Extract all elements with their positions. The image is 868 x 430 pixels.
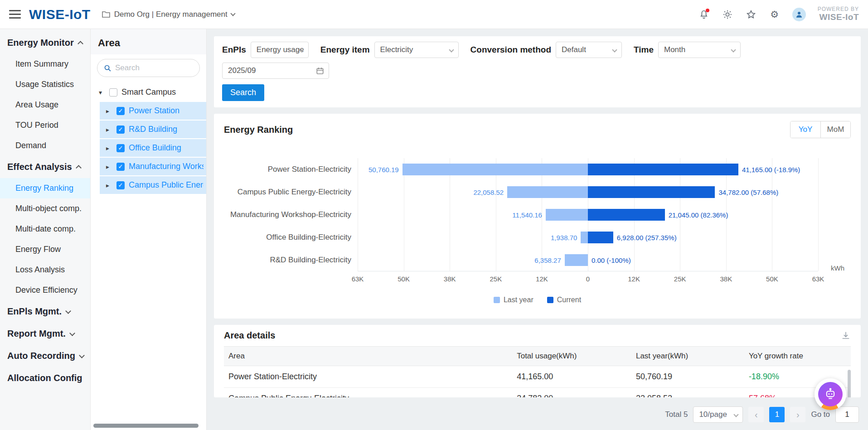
horizontal-scrollbar[interactable] bbox=[93, 424, 199, 428]
bar-current[interactable] bbox=[588, 186, 715, 198]
bar-last-year[interactable] bbox=[507, 186, 588, 198]
checkbox-unchecked[interactable] bbox=[109, 88, 117, 97]
vertical-scrollbar[interactable] bbox=[848, 370, 851, 397]
bar-current[interactable] bbox=[588, 209, 665, 221]
prev-page-button[interactable]: ‹ bbox=[748, 407, 764, 422]
conversion-method-select[interactable]: Default bbox=[556, 42, 622, 58]
tree-node-smart-campus[interactable]: ▾ Smart Campus bbox=[96, 83, 206, 101]
sidebar-item-area-usage[interactable]: Area Usage bbox=[0, 95, 90, 115]
sidebar-section-allocation-config[interactable]: Allocation Config bbox=[0, 367, 90, 389]
sidebar-item-energy-ranking[interactable]: Energy Ranking bbox=[0, 178, 90, 198]
checkbox-checked[interactable]: ✓ bbox=[116, 107, 125, 115]
checkbox-checked[interactable]: ✓ bbox=[116, 181, 125, 189]
sidebar-item-tou-period[interactable]: TOU Period bbox=[0, 115, 90, 135]
details-table: Area Total usage(kWh) Last year(kWh) YoY… bbox=[224, 346, 851, 397]
chart-x-axis: 63K50K38K25K12K012K25K38K50K63K bbox=[358, 271, 818, 284]
user-avatar[interactable] bbox=[792, 8, 806, 21]
category-label: Manufacturing Workshop-Electricity bbox=[224, 203, 358, 226]
table-row[interactable]: Campus Public Energy-Electricity 34,782.… bbox=[224, 388, 851, 397]
category-label: Office Building-Electricity bbox=[224, 226, 358, 249]
org-folder-icon bbox=[102, 10, 111, 19]
page-size-select[interactable]: 10/page bbox=[693, 406, 743, 423]
cell-area: Power Station-Electricity bbox=[224, 372, 512, 382]
area-details-panel: Area details Area Total usage(kWh) Last … bbox=[214, 325, 861, 397]
theme-sun-icon[interactable] bbox=[722, 9, 733, 20]
sidebar-section-energy-monitor[interactable]: Energy Monitor bbox=[0, 32, 90, 54]
checkbox-checked[interactable]: ✓ bbox=[116, 144, 125, 152]
notification-bell-icon[interactable] bbox=[698, 9, 710, 20]
bar-current[interactable] bbox=[588, 164, 738, 175]
mom-button[interactable]: MoM bbox=[820, 121, 850, 138]
bar-last-year[interactable] bbox=[546, 209, 588, 221]
enpis-select[interactable]: Energy usage bbox=[251, 42, 309, 58]
bar-value-last-year: 50,760.19 bbox=[369, 158, 399, 181]
time-granularity-select[interactable]: Month bbox=[658, 42, 741, 58]
main-content: EnPIs Energy usage Energy item Electrici… bbox=[207, 29, 868, 430]
legend-item-last-year[interactable]: Last year bbox=[494, 296, 533, 304]
sidebar-section-report-mgmt[interactable]: Report Mgmt. bbox=[0, 323, 90, 345]
area-search-input[interactable] bbox=[115, 63, 193, 72]
caret-right-icon[interactable]: ▸ bbox=[106, 107, 112, 115]
download-icon[interactable] bbox=[841, 331, 851, 341]
goto-page-input[interactable] bbox=[835, 406, 859, 423]
next-page-button[interactable]: › bbox=[790, 407, 805, 422]
x-tick-label: 25K bbox=[674, 275, 686, 283]
category-label: Campus Public Energy-Electricity bbox=[224, 181, 358, 203]
sidebar-item-usage-statistics[interactable]: Usage Statistics bbox=[0, 74, 90, 95]
sidebar-item-demand[interactable]: Demand bbox=[0, 135, 90, 156]
date-picker[interactable]: 2025/09 bbox=[222, 63, 329, 79]
bar-last-year[interactable] bbox=[581, 232, 588, 243]
settings-gear-icon[interactable]: ⚙ bbox=[769, 9, 781, 20]
chart-plot-column: 50,760.1941,165.00 (-18.9%)22,058.5234,7… bbox=[358, 158, 818, 284]
section-label: EnPls Mgmt. bbox=[7, 306, 62, 317]
table-row[interactable]: Power Station-Electricity 41,165.00 50,7… bbox=[224, 366, 851, 388]
legend-item-current[interactable]: Current bbox=[547, 296, 581, 304]
org-switcher[interactable]: Demo Org | Energy management bbox=[102, 10, 235, 19]
caret-right-icon[interactable]: ▸ bbox=[106, 182, 112, 189]
chart-bar-row: 22,058.5234,782.00 (57.68%) bbox=[358, 181, 818, 203]
sidebar-section-effect-analysis[interactable]: Effect Analysis bbox=[0, 156, 90, 178]
hamburger-menu-icon[interactable] bbox=[9, 10, 21, 19]
caret-right-icon[interactable]: ▸ bbox=[106, 145, 112, 152]
current-page-button[interactable]: 1 bbox=[769, 407, 785, 422]
app-window: WISE-IoT Demo Org | Energy management ⚙ bbox=[0, 0, 868, 430]
sidebar-item-item-summary[interactable]: Item Summary bbox=[0, 54, 90, 74]
area-search-box[interactable] bbox=[97, 59, 200, 77]
total-count-label: Total 5 bbox=[665, 410, 688, 419]
sidebar-item-multi-date-comp[interactable]: Multi-date comp. bbox=[0, 219, 90, 239]
energy-item-select[interactable]: Electricity bbox=[374, 42, 459, 58]
bar-last-year[interactable] bbox=[565, 254, 588, 266]
tree-node-rd-building[interactable]: ▸ ✓ R&D Building bbox=[100, 121, 206, 138]
tree-node-office-building[interactable]: ▸ ✓ Office Building bbox=[100, 139, 206, 157]
tree-node-label: Smart Campus bbox=[121, 87, 176, 97]
sidebar-item-device-efficiency[interactable]: Device Efficiency bbox=[0, 280, 90, 300]
checkbox-checked[interactable]: ✓ bbox=[116, 126, 125, 134]
enpis-label: EnPIs bbox=[222, 45, 246, 55]
tree-node-label: Campus Public Energy bbox=[129, 180, 204, 190]
search-button[interactable]: Search bbox=[222, 84, 264, 101]
x-tick-label: 12K bbox=[628, 275, 640, 283]
sidebar-section-enpls-mgmt[interactable]: EnPls Mgmt. bbox=[0, 300, 90, 323]
bar-last-year[interactable] bbox=[402, 164, 588, 175]
tree-node-manufacturing-workshop[interactable]: ▸ ✓ Manufacturing Workshop bbox=[100, 158, 206, 175]
cell-last-year: 50,760.19 bbox=[631, 372, 744, 382]
section-label: Effect Analysis bbox=[7, 162, 72, 172]
yoy-button[interactable]: YoY bbox=[790, 121, 820, 138]
sidebar-item-multi-object-comp[interactable]: Multi-object comp. bbox=[0, 198, 90, 219]
caret-right-icon[interactable]: ▸ bbox=[106, 126, 112, 133]
checkbox-checked[interactable]: ✓ bbox=[116, 163, 125, 171]
favorite-star-icon[interactable] bbox=[745, 9, 757, 20]
sidebar-item-loss-analysis[interactable]: Loss Analysis bbox=[0, 260, 90, 280]
time-granularity-value: Month bbox=[664, 45, 685, 54]
powered-by-brand: WISE-IoT bbox=[818, 12, 859, 22]
tree-node-power-station[interactable]: ▸ ✓ Power Station bbox=[100, 102, 206, 120]
sidebar-item-energy-flow[interactable]: Energy Flow bbox=[0, 239, 90, 260]
sidebar-section-auto-recording[interactable]: Auto Recording bbox=[0, 345, 90, 367]
bar-current[interactable] bbox=[588, 232, 613, 243]
x-tick-label: 63K bbox=[812, 275, 824, 283]
caret-down-icon[interactable]: ▾ bbox=[99, 89, 105, 96]
tree-node-campus-public-energy[interactable]: ▸ ✓ Campus Public Energy bbox=[100, 176, 206, 194]
caret-right-icon[interactable]: ▸ bbox=[106, 163, 112, 170]
chart-legend: Last year Current bbox=[224, 296, 851, 304]
ai-assistant-button[interactable] bbox=[815, 378, 846, 410]
